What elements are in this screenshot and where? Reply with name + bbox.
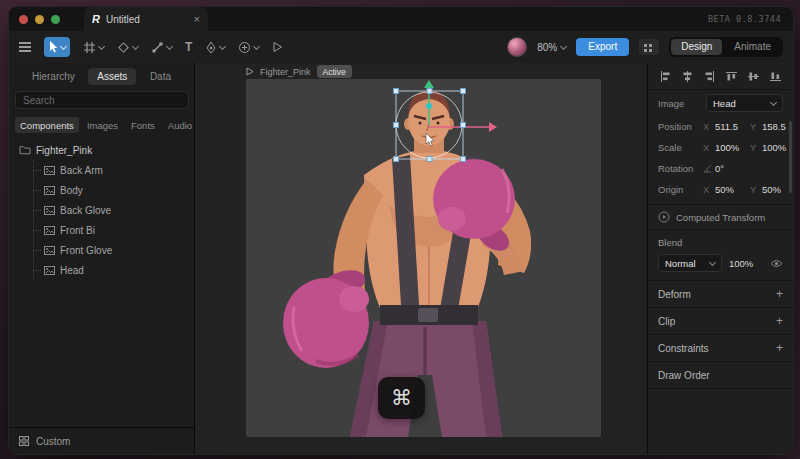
clip-section-header[interactable]: Clip +	[648, 308, 793, 335]
tool-group-right: 80% Export Design Animate	[507, 37, 783, 57]
export-button[interactable]: Export	[576, 38, 629, 56]
tree-root-label: Fighter_Pink	[36, 145, 92, 156]
main-menu-button[interactable]	[19, 40, 31, 54]
tree-item[interactable]: Front Bi	[34, 220, 194, 240]
align-right-icon[interactable]	[704, 71, 715, 82]
deform-section-header[interactable]: Deform +	[648, 281, 793, 308]
inspector-scrollbar[interactable]	[789, 121, 792, 193]
image-icon	[44, 226, 55, 235]
custom-footer-label: Custom	[36, 436, 70, 447]
add-clip-button[interactable]: +	[776, 315, 783, 327]
bone-tool-button[interactable]	[151, 41, 172, 54]
custom-footer[interactable]: Custom	[9, 427, 194, 454]
tree-children: Back Arm Body Back Glove Front Bi	[33, 160, 194, 280]
animate-mode-button[interactable]: Animate	[724, 39, 781, 55]
scale-x-field[interactable]: 100%	[715, 142, 747, 153]
zoom-control[interactable]: 80%	[537, 42, 566, 53]
canvas[interactable]: Fighter_Pink Active	[195, 63, 648, 454]
origin-marker[interactable]	[426, 103, 432, 109]
tree-root-item[interactable]: Fighter_Pink	[19, 140, 194, 160]
mode-toggle: Design Animate	[669, 37, 783, 57]
zoom-level: 80%	[537, 42, 557, 53]
tab-hierarchy[interactable]: Hierarchy	[23, 68, 84, 85]
chevron-down-icon	[166, 42, 173, 49]
artboard-header[interactable]: Fighter_Pink Active	[246, 65, 352, 78]
visibility-eye-icon[interactable]	[770, 259, 783, 268]
inspector-panel: Image Head Position X 511.5 Y 158.5 Scal…	[648, 63, 793, 454]
app-window: R Untitled × BETA 0.8.3744	[8, 6, 794, 455]
computed-transform-row[interactable]: Computed Transform	[648, 204, 793, 230]
add-deform-button[interactable]: +	[776, 288, 783, 300]
image-select-value: Head	[713, 98, 736, 109]
design-mode-button[interactable]: Design	[671, 39, 722, 55]
align-center-h-icon[interactable]	[682, 71, 693, 82]
traffic-lights	[9, 15, 68, 24]
tree-item[interactable]: Back Arm	[34, 160, 194, 180]
image-select[interactable]: Head	[706, 94, 783, 112]
align-left-icon[interactable]	[660, 71, 671, 82]
text-tool-button[interactable]: T	[185, 40, 192, 54]
align-top-icon[interactable]	[726, 71, 737, 82]
document-tab[interactable]: R Untitled ×	[84, 7, 208, 31]
tree-item-label: Front Bi	[60, 225, 95, 236]
tree-item-label: Back Arm	[60, 165, 103, 176]
tree-item[interactable]: Back Glove	[34, 200, 194, 220]
rotation-row: Rotation 0°	[648, 158, 793, 179]
play-icon	[246, 67, 254, 76]
artboard-tool-button[interactable]	[83, 41, 104, 54]
align-middle-v-icon[interactable]	[748, 71, 759, 82]
position-x-field[interactable]: 511.5	[715, 121, 747, 132]
select-tool-button[interactable]	[44, 37, 70, 57]
tree-item[interactable]: Front Glove	[34, 240, 194, 260]
tree-item[interactable]: Body	[34, 180, 194, 200]
tab-assets[interactable]: Assets	[88, 68, 136, 85]
pen-nib-icon	[205, 41, 217, 54]
disclosure-circle-icon	[658, 211, 670, 223]
blend-mode-select[interactable]: Normal	[658, 254, 722, 272]
constraints-label: Constraints	[658, 343, 709, 354]
add-constraint-button[interactable]: +	[776, 342, 783, 354]
tab-fonts[interactable]: Fonts	[126, 117, 160, 133]
blend-mode-value: Normal	[665, 258, 696, 269]
blend-opacity-field[interactable]: 100%	[729, 258, 753, 269]
tab-audio[interactable]: Audio	[163, 117, 197, 133]
draw-order-section-header[interactable]: Draw Order	[648, 362, 793, 389]
options-button[interactable]	[639, 39, 659, 55]
origin-y-field[interactable]: 50%	[762, 184, 783, 195]
tab-data[interactable]: Data	[141, 68, 180, 85]
shapes-tool-button[interactable]	[117, 41, 138, 54]
pen-tool-button[interactable]	[205, 41, 225, 54]
y-axis-label: Y	[750, 184, 759, 195]
rotation-angle-icon	[703, 164, 712, 173]
image-icon	[44, 206, 55, 215]
blend-section: Blend Normal 100%	[648, 230, 793, 281]
rive-logo-icon: R	[92, 14, 100, 25]
chevron-down-icon	[132, 42, 139, 49]
minimize-window-button[interactable]	[35, 15, 44, 24]
play-icon	[272, 41, 283, 53]
user-avatar[interactable]	[507, 37, 527, 57]
tab-images[interactable]: Images	[82, 117, 123, 133]
close-tab-icon[interactable]: ×	[194, 13, 200, 25]
close-window-button[interactable]	[19, 15, 28, 24]
zoom-window-button[interactable]	[51, 15, 60, 24]
position-y-field[interactable]: 158.5	[762, 121, 786, 132]
active-badge: Active	[317, 65, 352, 78]
tree-item-label: Head	[60, 265, 84, 276]
feature-tool-button[interactable]	[238, 41, 259, 54]
tab-components[interactable]: Components	[15, 117, 79, 133]
position-row: Position X 511.5 Y 158.5	[648, 116, 793, 137]
rotation-field[interactable]: 0°	[715, 163, 747, 174]
chevron-down-icon	[709, 258, 716, 265]
origin-x-field[interactable]: 50%	[715, 184, 747, 195]
tree-item[interactable]: Head	[34, 260, 194, 280]
scale-y-field[interactable]: 100%	[762, 142, 786, 153]
search-input[interactable]	[15, 91, 189, 109]
x-axis-label: X	[703, 142, 712, 153]
x-axis-arrowhead	[489, 122, 497, 132]
constraints-section-header[interactable]: Constraints +	[648, 335, 793, 362]
align-bottom-icon[interactable]	[770, 71, 781, 82]
preview-button[interactable]	[272, 41, 283, 53]
clip-label: Clip	[658, 316, 675, 327]
tree-item-label: Body	[60, 185, 83, 196]
